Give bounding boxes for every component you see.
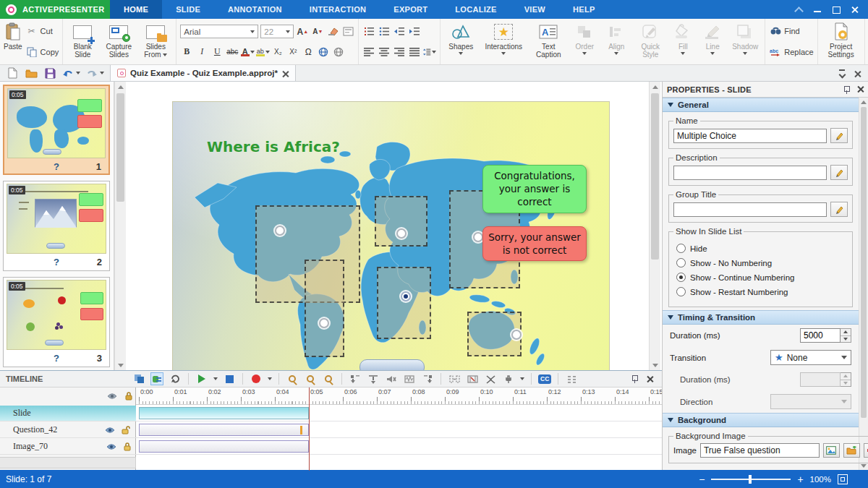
shrink-font-button[interactable]: A▼ (311, 25, 324, 38)
pin-timeline-icon[interactable] (631, 374, 638, 383)
section-general[interactable]: General (663, 98, 859, 112)
new-document-icon[interactable] (6, 67, 19, 80)
closed-caption-button[interactable]: CC (538, 374, 551, 384)
align-right-button[interactable] (393, 46, 406, 58)
scroll-up-icon[interactable] (859, 98, 868, 106)
radio-asia[interactable] (473, 232, 483, 242)
justify-button[interactable] (408, 46, 421, 58)
radio-north-america[interactable] (275, 226, 285, 236)
edit-description-button[interactable] (830, 165, 848, 180)
record-options-caret[interactable] (268, 377, 272, 380)
save-icon[interactable] (43, 67, 56, 80)
event-marker[interactable] (300, 426, 302, 435)
radio-show-continue-numbering[interactable]: Show - Continue Numbering (676, 273, 845, 282)
collapse-ribbon-icon[interactable] (794, 5, 803, 14)
thumbnail-scrollbar[interactable] (114, 82, 126, 370)
remove-hyperlink-button[interactable] (332, 46, 345, 58)
playhead-marker[interactable] (309, 388, 310, 471)
numbered-list-button[interactable] (362, 25, 375, 38)
menu-home[interactable]: HOME (110, 0, 162, 19)
zoom-in-timeline-icon[interactable] (304, 372, 317, 385)
undo-button[interactable] (62, 69, 80, 78)
section-timing-transition[interactable]: Timing & Transition (663, 310, 859, 325)
hotspot-south-america[interactable] (305, 260, 344, 357)
transition-duration-field[interactable] (800, 372, 841, 387)
menu-slide[interactable]: SLIDE (162, 0, 214, 19)
underline-button[interactable]: U (210, 46, 224, 58)
project-settings-button[interactable]: Project Settings (822, 21, 861, 62)
zoom-fit-timeline-icon[interactable] (322, 372, 335, 385)
section-background[interactable]: Background (663, 413, 859, 427)
scrollbar-thumb[interactable] (116, 93, 124, 202)
subscript-button[interactable]: X₂ (271, 46, 284, 58)
insert-time-icon[interactable] (448, 372, 461, 385)
font-color-button[interactable]: A (241, 46, 254, 58)
slide-thumbnail-2[interactable]: 0:05 ? 2 (3, 181, 110, 271)
interactions-button[interactable]: ★ Interactions (480, 21, 527, 62)
menu-view[interactable]: VIEW (511, 0, 559, 19)
redo-button[interactable] (86, 69, 104, 78)
quick-style-button[interactable]: Quick Style (634, 21, 667, 62)
snap-to-playhead-icon[interactable] (367, 372, 380, 385)
menu-interaction[interactable]: INTERACTION (296, 0, 380, 19)
hotspot-europe[interactable] (375, 196, 427, 247)
radio-hide[interactable]: Hide (676, 244, 845, 253)
menu-export[interactable]: EXPORT (380, 0, 441, 19)
line-spacing-button[interactable] (423, 46, 436, 58)
zoom-slider-thumb[interactable] (749, 475, 752, 484)
strikethrough-button[interactable]: abc (226, 46, 239, 58)
text-box-style-button[interactable] (341, 25, 354, 38)
fill-button[interactable]: Fill (670, 21, 696, 62)
split-object-icon[interactable] (484, 372, 497, 385)
line-button[interactable]: Line (699, 21, 726, 62)
cut-button[interactable]: ✂ Cut (25, 25, 59, 38)
align-center-button[interactable] (378, 46, 391, 58)
zoom-out-timeline-icon[interactable] (286, 372, 299, 385)
minimize-icon[interactable] (813, 5, 822, 14)
transition-duration-spinner[interactable] (841, 372, 851, 387)
unlocked-icon[interactable] (122, 425, 132, 435)
slide-duration-bar[interactable] (139, 407, 309, 419)
scroll-down-icon[interactable] (650, 360, 660, 370)
track-row-slide[interactable]: Slide (0, 406, 662, 421)
grow-font-button[interactable]: A▲ (296, 25, 309, 38)
edit-group-title-button[interactable] (830, 202, 848, 217)
close-timeline-icon[interactable] (647, 376, 653, 382)
import-image-button[interactable] (843, 443, 860, 458)
play-options-caret[interactable] (213, 377, 218, 380)
scroll-down-icon[interactable] (115, 360, 126, 370)
group-title-field[interactable] (673, 202, 827, 217)
capture-slides-button[interactable]: Capture Slides (101, 21, 136, 62)
zoom-in-button[interactable]: + (797, 474, 803, 484)
font-size-select[interactable]: 22 (260, 25, 294, 38)
align-button[interactable]: Align (602, 21, 631, 62)
menu-help[interactable]: HELP (559, 0, 609, 19)
pin-icon[interactable] (843, 85, 850, 94)
correct-feedback-box[interactable]: Congratulations, your answer is correct (482, 165, 587, 213)
hotspot-africa[interactable] (377, 267, 431, 339)
canvas-scrollbar[interactable] (649, 82, 660, 370)
superscript-button[interactable]: X² (286, 46, 299, 58)
zoom-slider[interactable] (711, 475, 791, 484)
radio-south-america[interactable] (319, 318, 329, 328)
radio-show-no-numbering[interactable]: Show - No Numbering (676, 258, 845, 267)
locked-icon[interactable] (123, 442, 132, 451)
shapes-button[interactable]: Shapes (444, 21, 477, 62)
menu-localize[interactable]: LOCALIZE (441, 0, 510, 19)
close-window-icon[interactable] (851, 5, 859, 14)
visibility-icon[interactable] (106, 443, 116, 450)
paste-button[interactable]: Paste (4, 21, 22, 62)
submit-button[interactable] (359, 359, 425, 370)
timeline-ruler[interactable]: 0:00 0:01 0:02 0:03 0:04 0:05 0:06 0:07 … (136, 388, 662, 405)
delete-time-icon[interactable] (466, 372, 479, 385)
play-button[interactable] (195, 372, 208, 385)
timeline-view-toggle-icon[interactable] (150, 372, 163, 385)
audio-options-caret[interactable] (520, 377, 524, 380)
italic-button[interactable]: I (195, 46, 208, 58)
menu-annotation[interactable]: ANNOTATION (214, 0, 296, 19)
loop-playback-icon[interactable] (169, 372, 182, 385)
mute-audio-icon[interactable] (385, 372, 398, 385)
slide-editing-area[interactable]: Where is Africa? (172, 101, 610, 370)
scrollbar-thumb[interactable] (861, 107, 867, 418)
snap-to-end-icon[interactable] (421, 372, 434, 385)
